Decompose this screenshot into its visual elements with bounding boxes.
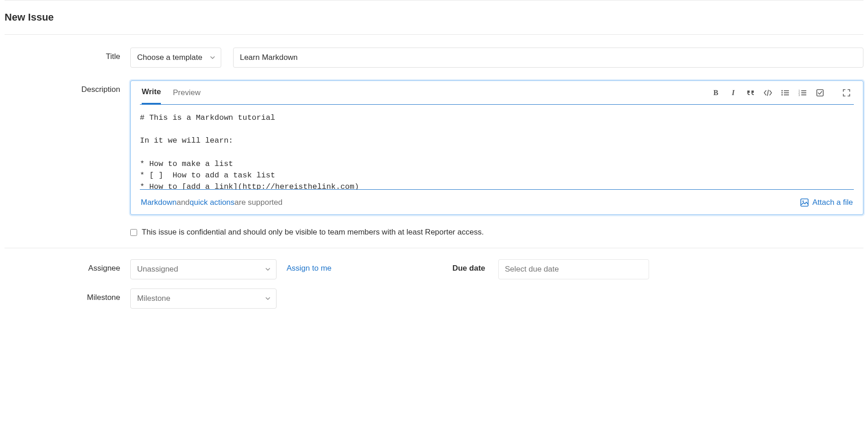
assignee-select[interactable]: Unassigned bbox=[130, 259, 277, 279]
svg-point-2 bbox=[782, 92, 783, 93]
chevron-down-icon bbox=[265, 267, 271, 272]
description-label: Description bbox=[5, 80, 130, 94]
description-editor: Write Preview B I bbox=[130, 80, 863, 215]
assignee-select-value: Unassigned bbox=[137, 265, 178, 274]
title-input[interactable] bbox=[233, 48, 863, 68]
editor-tabs: Write Preview B I bbox=[131, 81, 863, 104]
page-header: New Issue bbox=[5, 0, 863, 35]
milestone-label: Milestone bbox=[5, 288, 130, 302]
assignee-label: Assignee bbox=[5, 259, 130, 273]
confidential-checkbox[interactable] bbox=[130, 229, 137, 236]
svg-rect-7 bbox=[801, 90, 806, 91]
tab-write[interactable]: Write bbox=[142, 81, 161, 104]
numbered-list-icon[interactable]: 123 bbox=[797, 87, 808, 98]
assignee-duedate-row: Assignee Unassigned Assign to me Due dat… bbox=[5, 259, 863, 279]
svg-text:3: 3 bbox=[799, 94, 800, 96]
svg-point-14 bbox=[803, 200, 804, 202]
milestone-select[interactable]: Milestone bbox=[130, 288, 277, 309]
image-icon bbox=[800, 198, 809, 207]
markdown-link[interactable]: Markdown bbox=[141, 198, 176, 207]
bullet-list-icon[interactable] bbox=[780, 87, 791, 98]
milestone-row: Milestone Milestone bbox=[5, 288, 863, 309]
svg-rect-3 bbox=[784, 92, 789, 93]
title-label: Title bbox=[5, 48, 130, 61]
svg-rect-12 bbox=[817, 90, 823, 96]
svg-rect-1 bbox=[784, 90, 789, 91]
quote-icon[interactable] bbox=[745, 87, 756, 98]
attach-file-label: Attach a file bbox=[812, 198, 853, 207]
attach-file-button[interactable]: Attach a file bbox=[800, 198, 853, 207]
footer-supported: are supported bbox=[234, 198, 282, 207]
editor-toolbar: B I 123 bbox=[710, 87, 852, 98]
footer-and: and bbox=[176, 198, 189, 207]
chevron-down-icon bbox=[210, 55, 215, 60]
template-select[interactable]: Choose a template bbox=[130, 48, 221, 68]
confidential-row: This issue is confidential and should on… bbox=[5, 228, 863, 237]
assign-to-me-link[interactable]: Assign to me bbox=[287, 259, 331, 273]
svg-rect-11 bbox=[801, 94, 806, 95]
milestone-select-value: Milestone bbox=[137, 294, 170, 303]
svg-point-0 bbox=[782, 90, 783, 91]
page-title: New Issue bbox=[5, 11, 863, 23]
code-icon[interactable] bbox=[762, 87, 773, 98]
italic-icon[interactable]: I bbox=[728, 87, 739, 98]
due-date-input[interactable] bbox=[498, 259, 649, 279]
bold-icon[interactable]: B bbox=[710, 87, 721, 98]
svg-rect-9 bbox=[801, 92, 806, 93]
due-date-label: Due date bbox=[443, 259, 498, 273]
issue-form: Title Choose a template Description Writ… bbox=[5, 35, 863, 321]
template-select-value: Choose a template bbox=[137, 53, 202, 62]
confidential-label: This issue is confidential and should on… bbox=[142, 228, 484, 237]
quick-actions-link[interactable]: quick actions bbox=[190, 198, 234, 207]
editor-footer: Markdown and quick actions are supported… bbox=[131, 192, 863, 214]
chevron-down-icon bbox=[265, 296, 271, 301]
section-divider bbox=[5, 248, 863, 248]
tab-preview[interactable]: Preview bbox=[173, 82, 200, 104]
description-textarea[interactable] bbox=[140, 112, 854, 190]
svg-point-4 bbox=[782, 94, 783, 96]
description-row: Description Write Preview B I bbox=[5, 80, 863, 215]
fullscreen-icon[interactable] bbox=[841, 87, 852, 98]
title-row: Title Choose a template bbox=[5, 48, 863, 68]
svg-rect-5 bbox=[784, 94, 789, 95]
task-list-icon[interactable] bbox=[815, 87, 825, 98]
